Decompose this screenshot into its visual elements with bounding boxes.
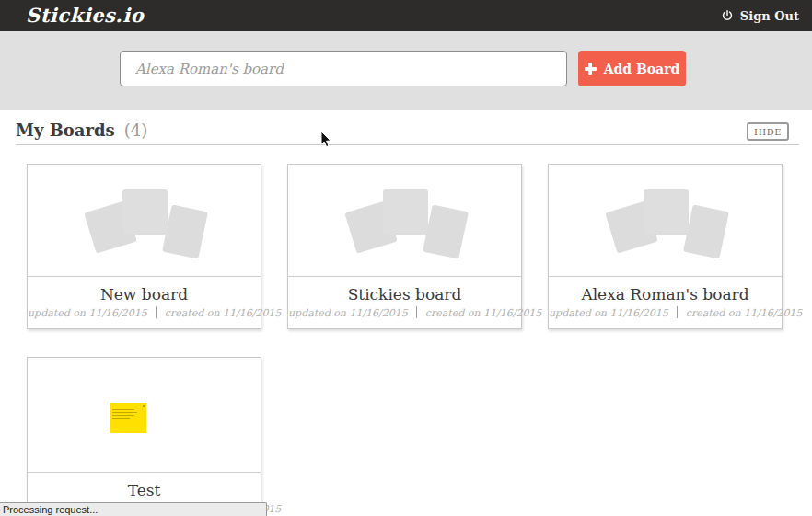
section-divider xyxy=(16,144,799,145)
my-boards-header: My Boards (4) HIDE xyxy=(16,120,799,144)
sign-out-label: Sign Out xyxy=(740,9,799,23)
board-updated: updated on 11/16/2015 xyxy=(549,307,668,319)
board-created: created on 11/16/2015 xyxy=(686,307,803,319)
hide-button[interactable]: HIDE xyxy=(747,122,789,141)
sign-out-button[interactable]: Sign Out xyxy=(721,9,799,23)
board-thumbnail xyxy=(28,165,261,277)
board-updated: updated on 11/16/2015 xyxy=(28,307,147,319)
board-updated: updated on 11/16/2015 xyxy=(288,307,408,319)
meta-divider xyxy=(156,306,157,318)
board-thumbnail xyxy=(28,358,261,473)
app-logo[interactable]: Stickies.io xyxy=(26,0,144,31)
board-name-input[interactable] xyxy=(120,51,567,86)
power-icon xyxy=(721,9,734,22)
board-meta: updated on 11/16/2015created on 11/16/20… xyxy=(288,306,521,319)
sticky-note-thumbnail xyxy=(110,403,146,433)
meta-divider xyxy=(416,306,417,318)
add-board-label: Add Board xyxy=(604,62,680,76)
board-title: Stickies board xyxy=(288,285,521,304)
board-card-stickies-board[interactable]: Stickies board updated on 11/16/2015crea… xyxy=(287,164,522,329)
placeholder-squares-icon xyxy=(87,186,202,256)
board-card-test[interactable]: Test updated on 11/16/2015created on 11/… xyxy=(27,357,261,516)
board-thumbnail xyxy=(288,165,521,277)
board-thumbnail xyxy=(549,165,782,277)
placeholder-squares-icon xyxy=(348,186,462,256)
board-toolbar: Add Board xyxy=(0,31,812,110)
board-meta: updated on 11/16/2015created on 11/16/20… xyxy=(28,306,261,319)
meta-divider xyxy=(677,306,678,318)
add-board-button[interactable]: Add Board xyxy=(578,51,686,86)
board-count: (4) xyxy=(124,120,148,140)
board-created: created on 11/16/2015 xyxy=(425,307,542,319)
plus-icon xyxy=(585,63,597,75)
placeholder-squares-icon xyxy=(609,186,723,256)
board-card-alexa-romans-board[interactable]: Alexa Roman's board updated on 11/16/201… xyxy=(548,164,783,329)
board-title: New board xyxy=(28,285,261,304)
board-title: Alexa Roman's board xyxy=(549,285,782,304)
board-card-new-board[interactable]: New board updated on 11/16/2015created o… xyxy=(27,164,261,329)
board-created: created on 11/16/2015 xyxy=(165,307,282,319)
app-header: Stickies.io Sign Out xyxy=(0,0,812,31)
section-title: My Boards xyxy=(16,120,115,140)
board-title: Test xyxy=(28,481,261,499)
status-bar: Processing request... xyxy=(0,502,267,516)
board-meta: updated on 11/16/2015created on 11/16/20… xyxy=(549,306,782,319)
